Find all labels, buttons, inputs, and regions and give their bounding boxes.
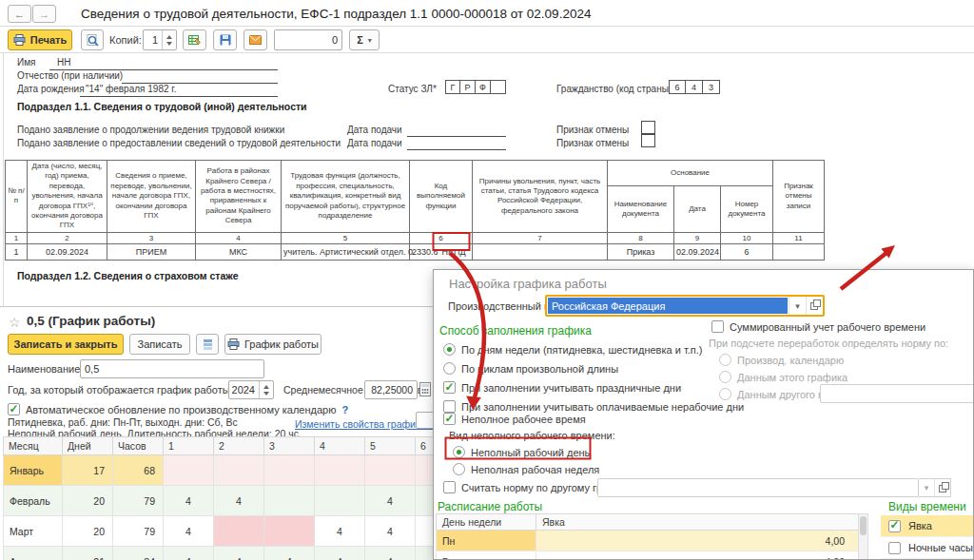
save-and-close-button[interactable]: Записать и закрыть — [8, 334, 124, 355]
day-hours-cell[interactable] — [214, 455, 264, 486]
copies-input[interactable]: 1 — [143, 29, 177, 50]
write-button[interactable]: Записать — [129, 334, 190, 355]
day-hours-cell[interactable] — [164, 455, 214, 486]
radio[interactable] — [719, 371, 731, 383]
day-hours-cell[interactable] — [264, 516, 315, 547]
sum-button[interactable]: Σ ▾ — [349, 29, 380, 50]
day-hours-cell[interactable] — [365, 455, 416, 486]
radio[interactable] — [719, 354, 731, 366]
help-icon[interactable]: ? — [341, 404, 348, 415]
time-type-checkbox[interactable] — [888, 542, 901, 554]
week-day-cell[interactable]: Пн — [437, 531, 536, 551]
mail-button[interactable] — [244, 29, 267, 50]
clipped-control[interactable] — [416, 412, 433, 429]
radio-by-cycles[interactable]: По циклам произвольной длины — [443, 362, 618, 375]
month-cell[interactable]: Февраль — [4, 486, 63, 516]
calendar-month-row[interactable]: Апрель218444444 — [4, 547, 434, 560]
day-hours-cell[interactable]: 4 — [214, 547, 264, 560]
checkbox-holidays[interactable]: ✓ При заполнении учитывать праздничные д… — [443, 381, 681, 394]
day-hours-cell[interactable]: 4 — [365, 486, 416, 516]
counter-input[interactable]: 0 — [274, 29, 342, 50]
back-button[interactable]: ← — [8, 5, 31, 23]
change-properties-link[interactable]: Изменить свойства графика... — [295, 418, 433, 430]
checkbox-parttime[interactable]: ✓ Неполное рабочее время — [443, 413, 586, 425]
hours-cell[interactable]: 84 — [113, 547, 164, 560]
schedule-day-row[interactable]: Вт4,00 — [437, 551, 859, 560]
radio-by-week-days[interactable]: По дням недели (пятидневка, шестидневка … — [443, 343, 702, 356]
day-hours-cell[interactable]: 4 — [365, 547, 416, 560]
hours-cell[interactable]: 79 — [113, 516, 164, 547]
avg-hours-input[interactable]: 82,25000 — [364, 380, 418, 399]
table-settings-button[interactable] — [183, 29, 206, 50]
attendance-hours-cell[interactable]: 4,00 — [536, 531, 859, 551]
production-calendar-input[interactable]: Российская Федерация ▾ — [545, 295, 825, 317]
day-hours-cell[interactable]: 4 — [164, 516, 214, 547]
spin-up-icon[interactable] — [263, 385, 269, 389]
day-hours-cell[interactable] — [264, 455, 315, 486]
day-hours-cell[interactable]: 4 — [315, 516, 365, 547]
attendance-hours-cell[interactable]: 4,00 — [536, 551, 859, 560]
spin-down-icon[interactable] — [263, 392, 269, 396]
spin-up-icon[interactable] — [166, 35, 172, 39]
auto-update-checkbox[interactable]: ✓ Автоматическое обновление по производс… — [8, 403, 348, 415]
month-cell[interactable]: Январь — [4, 455, 63, 486]
day-hours-cell[interactable]: 4 — [416, 486, 434, 516]
scrollbar-thumb[interactable] — [860, 516, 867, 535]
checkbox[interactable] — [711, 320, 724, 333]
days-cell[interactable]: 21 — [63, 547, 113, 560]
print-button[interactable]: Печать — [8, 29, 72, 50]
forward-button[interactable]: → — [32, 5, 56, 23]
open-button[interactable] — [806, 297, 823, 315]
day-hours-cell[interactable]: 4 — [365, 516, 416, 547]
days-cell[interactable]: 17 — [63, 455, 113, 486]
radio-this-schedule[interactable]: Данным этого графика — [719, 371, 847, 383]
radio-parttime-day[interactable]: Неполный рабочий день — [453, 446, 590, 458]
radio[interactable] — [443, 343, 456, 356]
favorite-star-icon[interactable]: ☆ — [9, 316, 21, 329]
checkbox[interactable] — [443, 481, 456, 493]
day-hours-cell[interactable] — [315, 455, 365, 486]
days-cell[interactable]: 20 — [63, 486, 113, 516]
checkbox-summary-time[interactable]: Суммированный учет рабочего времени — [711, 320, 925, 333]
calendar-month-row[interactable]: Январь1768 — [4, 455, 434, 486]
schedule-scrollbar[interactable] — [858, 513, 868, 560]
radio[interactable] — [453, 463, 465, 475]
dropdown-button[interactable]: ▾ — [919, 479, 934, 496]
week-day-cell[interactable]: Вт — [437, 551, 536, 560]
time-type-row[interactable]: ✓Явка — [881, 515, 974, 537]
day-hours-cell[interactable]: 4 — [164, 486, 214, 516]
day-hours-cell[interactable] — [416, 455, 434, 486]
calendar-month-row[interactable]: Февраль20794444 — [4, 486, 434, 516]
day-hours-cell[interactable] — [214, 516, 264, 547]
radio[interactable] — [453, 446, 465, 458]
save-button[interactable] — [213, 29, 237, 50]
other-schedule-input[interactable] — [820, 384, 974, 403]
radio-prod-calendar[interactable]: Производ. календарю — [719, 354, 844, 366]
day-hours-cell[interactable]: 4 — [264, 547, 315, 560]
radio[interactable] — [719, 388, 731, 400]
day-hours-cell[interactable]: 4 — [214, 486, 264, 516]
day-hours-cell[interactable]: 4 — [164, 547, 214, 560]
norm-schedule-input[interactable] — [597, 478, 919, 497]
year-spinner[interactable] — [259, 381, 273, 398]
calculator-icon[interactable] — [419, 382, 432, 396]
day-hours-cell[interactable]: 4 — [315, 547, 365, 560]
schedule-day-row[interactable]: Пн4,00 — [437, 531, 859, 551]
checkbox-paid-nonworking[interactable]: При заполнении учитывать оплачиваемые не… — [443, 400, 744, 413]
day-hours-cell[interactable]: 4 — [416, 516, 434, 547]
spin-down-icon[interactable] — [166, 42, 172, 46]
month-cell[interactable]: Апрель — [4, 547, 63, 560]
hours-cell[interactable]: 79 — [113, 486, 164, 516]
month-cell[interactable]: Март — [4, 516, 63, 547]
day-hours-cell[interactable] — [416, 547, 434, 560]
day-hours-cell[interactable] — [264, 486, 315, 516]
show-in-list-button[interactable] — [196, 334, 219, 355]
checkbox[interactable]: ✓ — [8, 403, 20, 415]
radio[interactable] — [443, 362, 456, 375]
checkbox[interactable]: ✓ — [443, 381, 456, 394]
copies-spinner[interactable] — [162, 30, 176, 49]
dropdown-button[interactable]: ▾ — [789, 297, 806, 315]
hours-cell[interactable]: 68 — [113, 455, 164, 486]
schedule-name-input[interactable]: 0,5 — [80, 359, 264, 378]
preview-button[interactable] — [81, 29, 104, 50]
